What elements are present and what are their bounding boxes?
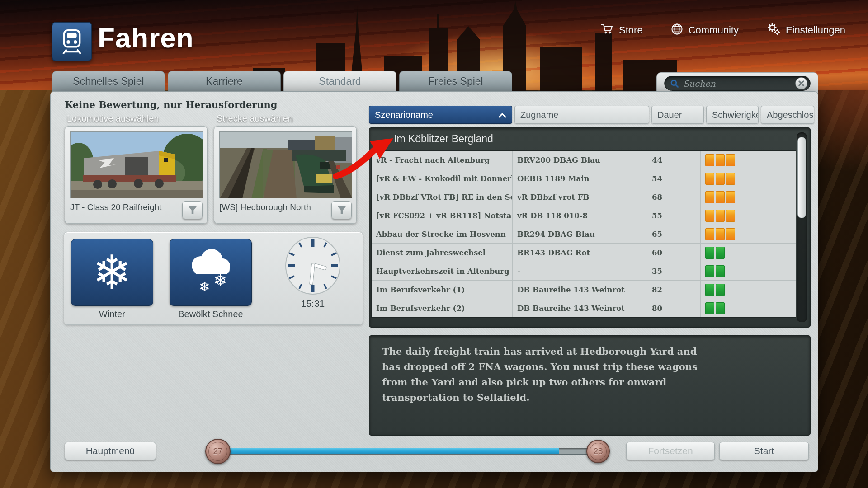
scenario-name: [vR & EW - Krokodil mit Donnerbüchsen] P… (372, 169, 513, 188)
table-row[interactable]: Im Berufsverkehr (1)DB Baureihe 143 Wein… (372, 281, 796, 299)
scrollbar-thumb[interactable] (797, 137, 806, 218)
scenario-slider-track[interactable] (206, 448, 603, 455)
route-thumbnail (219, 131, 352, 198)
nav-label: Store (619, 24, 643, 36)
difficulty-square-orange (716, 191, 725, 203)
nav-community[interactable]: Community (671, 23, 739, 38)
column-header-szenarioname[interactable]: Szenarioname (369, 106, 512, 124)
difficulty-square-green (705, 302, 714, 314)
train-name: OEBB 1189 Main (513, 169, 647, 188)
slider-right-medallion[interactable]: 28 (586, 440, 610, 463)
tab-freies-spiel[interactable]: Freies Spiel (399, 71, 512, 92)
duration: 82 (647, 281, 701, 299)
train-name: BR294 DBAG Blau (513, 225, 647, 243)
continue-button[interactable]: Fortsetzen (626, 442, 715, 460)
difficulty (701, 262, 755, 280)
scenario-name: Im Berufsverkehr (2) (372, 299, 513, 317)
weather-tile-label: Bewölkt Schnee (170, 309, 252, 319)
route-card[interactable]: [WS] Hedborough North (214, 126, 357, 224)
completed (755, 188, 796, 206)
difficulty-square-green (705, 284, 714, 296)
difficulty-square-orange (716, 210, 725, 222)
filter-icon (337, 206, 347, 215)
difficulty-square-green (716, 265, 725, 277)
table-row[interactable]: Hauptverkehrszeit in Altenburg-35 (372, 262, 796, 281)
difficulty (701, 169, 755, 188)
scrollbar-track[interactable] (797, 132, 807, 322)
difficulty-square-green (716, 284, 725, 296)
search-box[interactable] (664, 76, 811, 91)
scenario-name: [vR DBbzf VRot FB] RE in den Sonnenunter… (372, 188, 513, 206)
route-filter-button[interactable] (331, 201, 352, 219)
train-name: vR DBbzf vrot FB (513, 188, 647, 206)
difficulty-square-orange (705, 191, 714, 203)
duration: 65 (647, 225, 701, 243)
route-caption: [WS] Hedborough North (219, 202, 311, 212)
scenario-description-box: The daily freight train has arrived at H… (369, 335, 811, 436)
search-icon (670, 79, 679, 88)
column-header-zugname[interactable]: Zugname (514, 106, 649, 124)
app-logo (52, 22, 92, 61)
train-name: - (513, 262, 647, 280)
scenario-rows: vR - Fracht nach AltenburgBRV200 DBAG Bl… (371, 150, 796, 318)
svg-text:❄: ❄ (199, 279, 210, 295)
search-clear-button[interactable] (795, 77, 807, 89)
table-row[interactable]: Im Berufsverkehr (2)DB Baureihe 143 Wein… (372, 299, 796, 317)
difficulty-square-orange (726, 228, 735, 240)
duration: 55 (647, 206, 701, 225)
train-name: DB Baureihe 143 Weinrot (513, 281, 647, 299)
table-row[interactable]: [vR DBbzf VRot FB] RE in den Sonnenunter… (372, 188, 796, 206)
difficulty (701, 225, 755, 243)
completed (755, 299, 796, 317)
nav-label: Community (689, 24, 739, 36)
difficulty-square-orange (726, 210, 735, 222)
top-nav: StoreCommunityEinstellungen (601, 23, 845, 38)
difficulty-square-green (705, 265, 714, 277)
difficulty-square-orange (716, 228, 725, 240)
duration: 54 (647, 169, 701, 188)
search-input[interactable] (683, 79, 795, 89)
tab-schnelles-spiel[interactable]: Schnelles Spiel (52, 71, 165, 92)
column-header-dauer[interactable]: Dauer (651, 106, 704, 124)
table-row[interactable]: Dienst zum JahreswechselBR143 DBAG Rot60 (372, 244, 796, 262)
weather-tile-season[interactable]: ❄ (71, 239, 153, 306)
scenario-column-headers: SzenarionameZugnameDauerSchwierigkeAbges… (369, 106, 814, 124)
close-icon (798, 80, 804, 86)
start-button[interactable]: Start (719, 442, 809, 460)
difficulty (701, 281, 755, 299)
locomotive-card[interactable]: JT - Class 20 Railfreight (65, 126, 208, 224)
completed (755, 244, 796, 262)
locomotive-thumbnail (70, 131, 203, 198)
duration: 60 (647, 244, 701, 262)
completed (755, 281, 796, 299)
gears-icon (767, 23, 780, 38)
train-icon (58, 28, 86, 56)
time-of-day[interactable]: 15:31 (270, 236, 356, 309)
scenario-group-header: Im Köblitzer Bergland (394, 133, 493, 145)
time-label: 15:31 (270, 298, 356, 309)
tab-karriere[interactable]: Karriere (168, 71, 281, 92)
globe-icon (671, 23, 683, 38)
column-header-abgeschlos[interactable]: Abgeschlos (761, 106, 814, 124)
tab-standard[interactable]: Standard (283, 71, 396, 92)
scenario-name: vR - Fracht nach Altenburg (372, 151, 513, 169)
slider-left-medallion[interactable]: 27 (205, 439, 231, 464)
train-name: BR143 DBAG Rot (513, 244, 647, 262)
nav-einstellungen[interactable]: Einstellungen (767, 23, 845, 38)
nav-store[interactable]: Store (601, 23, 643, 38)
column-header-schwierigke[interactable]: Schwierigke (706, 106, 759, 124)
mode-heading: Keine Bewertung, nur Herausforderung (65, 99, 278, 110)
main-menu-button[interactable]: Hauptmenü (65, 442, 156, 460)
difficulty (701, 206, 755, 225)
svg-text:❄: ❄ (213, 271, 227, 290)
completed (755, 206, 796, 225)
completed (755, 169, 796, 188)
table-row[interactable]: [vR & EW - Krokodil mit Donnerbüchsen] P… (372, 169, 796, 188)
table-row[interactable]: vR - Fracht nach AltenburgBRV200 DBAG Bl… (372, 151, 796, 169)
table-row[interactable]: Abbau der Strecke im HosvennBR294 DBAG B… (372, 225, 796, 244)
table-row[interactable]: [vR FCS092 + vR BR118] Notstand im Köbli… (372, 206, 796, 225)
conditions-panel: ❄❄❄ (64, 232, 363, 325)
loco-filter-button[interactable] (182, 201, 203, 219)
column-header-label: Abgeschlos (767, 110, 813, 120)
weather-tile-weather[interactable]: ❄❄ (170, 239, 252, 306)
